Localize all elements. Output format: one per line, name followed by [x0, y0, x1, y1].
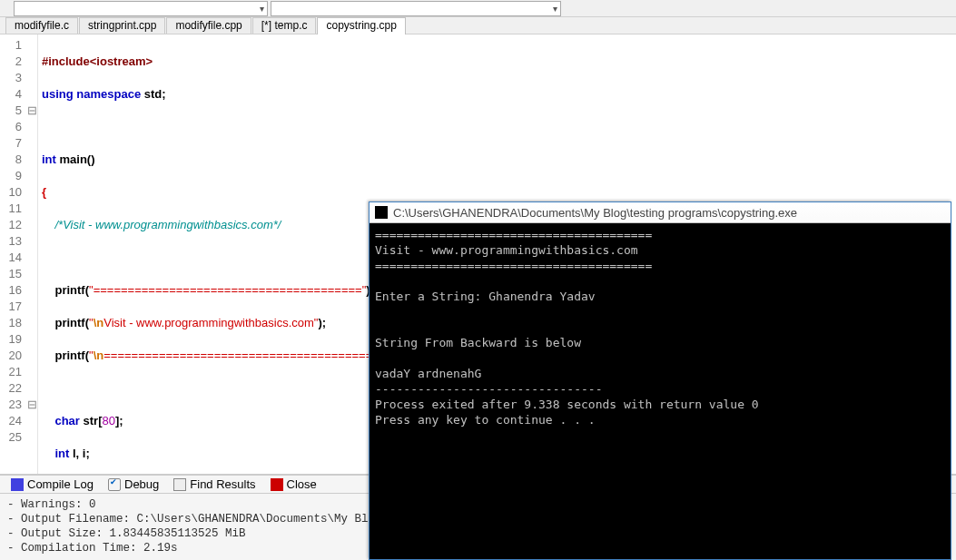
code-area[interactable]: #include<iostream> using namespace std; …	[38, 34, 385, 474]
close-icon	[271, 478, 283, 491]
compile-icon	[11, 478, 24, 491]
find-icon	[173, 478, 186, 491]
console-titlebar[interactable]: C:\Users\GHANENDRA\Documents\My Blog\tes…	[370, 202, 951, 223]
chevron-down-icon: ▾	[260, 4, 264, 14]
console-title-text: C:\Users\GHANENDRA\Documents\My Blog\tes…	[393, 206, 797, 220]
tab-find-results[interactable]: Find Results	[170, 477, 259, 491]
chevron-down-icon: ▾	[553, 4, 557, 14]
console-icon	[375, 206, 388, 219]
editor-tabs: modifyfile.c stringprint.cpp modifyfile.…	[0, 17, 956, 34]
console-output: ======================================= …	[370, 223, 951, 559]
tab-debug[interactable]: Debug	[104, 477, 163, 491]
tab-copystring-cpp[interactable]: copystring.cpp	[317, 17, 405, 34]
fold-column[interactable]: ⊟ ⊟	[27, 34, 38, 474]
secondary-toolbar: ▾ ▾	[0, 0, 956, 17]
line-numbers: 123 456 789 101112 131415 161718 192021 …	[0, 34, 27, 474]
tab-modifyfile-cpp[interactable]: modifyfile.cpp	[166, 17, 251, 34]
tab-modifyfile-c[interactable]: modifyfile.c	[5, 17, 78, 34]
symbol-select[interactable]: ▾	[271, 1, 561, 16]
fold-minus-icon[interactable]: ⊟	[27, 397, 37, 413]
scope-select[interactable]: ▾	[14, 1, 268, 16]
tab-close[interactable]: Close	[267, 477, 320, 491]
fold-minus-icon[interactable]: ⊟	[27, 103, 37, 119]
debug-icon	[108, 478, 121, 491]
console-window[interactable]: C:\Users\GHANENDRA\Documents\My Blog\tes…	[369, 201, 951, 560]
tab-temp-c[interactable]: [*] temp.c	[252, 17, 317, 34]
tab-stringprint-cpp[interactable]: stringprint.cpp	[79, 17, 165, 34]
tab-compile-log[interactable]: Compile Log	[7, 477, 97, 491]
gutter: 123 456 789 101112 131415 161718 192021 …	[0, 34, 38, 474]
